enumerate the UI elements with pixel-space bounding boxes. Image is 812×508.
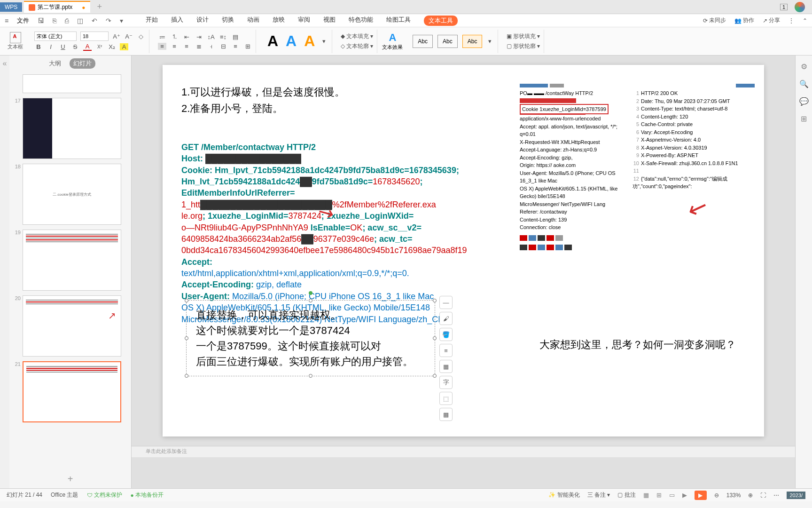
rail-navigate-icon[interactable]: ⊞: [801, 114, 807, 123]
align-left-icon[interactable]: ≡: [158, 43, 166, 50]
font-color-button[interactable]: A: [83, 43, 92, 51]
menu-insert[interactable]: 插入: [171, 16, 183, 26]
shape-style-1[interactable]: Abc: [413, 35, 433, 48]
spacing2-icon[interactable]: ≡: [231, 43, 240, 50]
text-fill-button[interactable]: ◆ 文本填充 ▾: [341, 32, 373, 40]
float-layout-icon[interactable]: ▦: [439, 360, 453, 373]
file-menu[interactable]: 文件: [17, 16, 29, 25]
resize-handle-tm[interactable]: [309, 299, 312, 302]
align-justify-icon[interactable]: ≣: [195, 43, 203, 50]
rail-search-icon[interactable]: 🔍: [799, 79, 809, 88]
preview-icon[interactable]: ◫: [77, 17, 83, 24]
font-family-select[interactable]: [34, 32, 77, 41]
underline-button[interactable]: U: [59, 43, 67, 50]
align-right-icon[interactable]: ≡: [182, 43, 191, 50]
resize-handle-br[interactable]: [433, 374, 437, 378]
menu-drawing-tools[interactable]: 绘图工具: [386, 16, 411, 26]
share-button[interactable]: ↗ 分享: [763, 16, 780, 24]
menu-review[interactable]: 审阅: [298, 16, 310, 26]
collaborate-button[interactable]: 👥 协作: [734, 16, 754, 24]
shape-style-3-selected[interactable]: Abc: [462, 35, 483, 48]
float-collapse-icon[interactable]: —: [439, 296, 453, 309]
resize-handle-bl[interactable]: [185, 374, 188, 378]
float-paint-icon[interactable]: 🖌: [439, 312, 453, 325]
comments-toggle[interactable]: ▢ 批注: [617, 491, 635, 499]
float-font-icon[interactable]: 字: [439, 376, 453, 389]
text-effect-button[interactable]: A 文本效果: [382, 32, 403, 51]
menu-design[interactable]: 设计: [196, 16, 209, 26]
sync-status[interactable]: ⟳ 未同步: [703, 16, 726, 24]
wps-logo-tag[interactable]: WPS: [0, 2, 22, 12]
font-size-select[interactable]: [80, 32, 109, 41]
print-icon[interactable]: ⎙: [65, 17, 69, 24]
selected-textbox[interactable]: 直接替换，可以直接实现越权。 这个时候就要对比一个是3787424 一个是378…: [186, 300, 435, 376]
save-as-icon[interactable]: ⎘: [53, 17, 56, 24]
undo-icon[interactable]: ↶: [92, 17, 97, 24]
slide-thumb-prev[interactable]: [23, 74, 121, 93]
float-group-icon[interactable]: ⬚: [439, 392, 453, 405]
menu-view[interactable]: 视图: [323, 16, 336, 26]
text-outline-button[interactable]: ◇ 文本轮廓 ▾: [341, 42, 373, 50]
slide-thumb-19[interactable]: [23, 230, 121, 291]
textbox-button[interactable]: 文本框: [5, 32, 26, 50]
reading-view-icon[interactable]: ▭: [669, 492, 675, 499]
shape-fill-button[interactable]: ▣ 形状填充 ▾: [507, 32, 540, 40]
increase-indent-icon[interactable]: ⇥: [195, 33, 203, 40]
shape-style-2[interactable]: Abc: [437, 35, 458, 48]
save-icon[interactable]: 🖫: [38, 17, 44, 24]
note-text[interactable]: 直接替换，可以直接实现越权。 这个时候就要对比一个是3787424 一个是378…: [196, 307, 425, 369]
shape-style-more-icon[interactable]: ▾: [485, 38, 494, 45]
text-style-orange[interactable]: A: [301, 32, 318, 50]
numbering-icon[interactable]: ⒈: [170, 32, 179, 41]
slide-thumb-20[interactable]: ↗: [23, 295, 121, 357]
menu-transition[interactable]: 切换: [222, 16, 234, 26]
line-spacing-icon[interactable]: ≡↕: [219, 33, 227, 40]
bold-button[interactable]: B: [34, 43, 43, 50]
sorter-view-icon[interactable]: ⊞: [656, 492, 662, 499]
collapse-ribbon-icon[interactable]: ⌃: [803, 16, 807, 24]
dropdown-icon[interactable]: ▾: [120, 17, 123, 24]
resize-handle-ml[interactable]: [185, 336, 188, 340]
canvas[interactable]: 1.可以进行爆破，但是会速度很慢。 2.准备用小号，登陆。 GET /Membe…: [132, 56, 795, 488]
italic-button[interactable]: I: [47, 43, 55, 50]
columns-icon[interactable]: ▤: [231, 33, 240, 40]
text-direction-icon[interactable]: ↕A: [207, 33, 215, 40]
slideshow-view-icon[interactable]: ▶: [682, 492, 687, 499]
backup-status[interactable]: ● 本地备份开: [131, 491, 164, 499]
clear-format-icon[interactable]: ◇: [137, 33, 145, 40]
align-center-icon[interactable]: ≡: [170, 43, 179, 50]
shape-outline-button[interactable]: ▢ 形状轮廓 ▾: [507, 42, 540, 50]
slide-thumb-17[interactable]: [23, 98, 121, 159]
wps-brand-icon[interactable]: [795, 2, 805, 12]
superscript-button[interactable]: X²: [95, 44, 104, 49]
new-tab-button[interactable]: +: [97, 2, 102, 12]
redo-icon[interactable]: ↷: [106, 17, 111, 24]
text-style-more-icon[interactable]: ▾: [320, 38, 328, 45]
slide-thumb-21-active[interactable]: [23, 361, 121, 422]
menu-text-tools-active[interactable]: 文本工具: [424, 16, 458, 26]
more-menu-icon[interactable]: ⋮: [789, 16, 794, 24]
notes-placeholder[interactable]: 单击此处添加备注: [132, 446, 795, 457]
text-style-black[interactable]: A: [265, 32, 281, 50]
beautify-button[interactable]: ✨ 智能美化: [548, 491, 579, 499]
play-button[interactable]: ▶: [695, 491, 707, 500]
more-status-icon[interactable]: ⋯: [773, 492, 779, 499]
menu-animation[interactable]: 动画: [247, 16, 259, 26]
decrease-font-icon[interactable]: A⁻: [125, 33, 133, 40]
rail-comment-icon[interactable]: 💬: [799, 97, 809, 106]
zoom-level[interactable]: 133%: [726, 492, 741, 499]
rail-settings-icon[interactable]: ⚙: [801, 62, 807, 71]
float-fill-icon[interactable]: 🪣: [439, 328, 453, 341]
zoom-out-icon[interactable]: ⊖: [714, 492, 719, 499]
hamburger-icon[interactable]: ≡: [5, 17, 8, 24]
resize-handle-tr[interactable]: [433, 299, 437, 302]
distribute-icon[interactable]: ⫞: [207, 43, 215, 50]
spacing3-icon[interactable]: ⊞: [243, 43, 252, 50]
zoom-in-icon[interactable]: ⊕: [748, 492, 753, 499]
outline-tab[interactable]: 大纲: [45, 58, 65, 69]
decrease-indent-icon[interactable]: ⇤: [182, 33, 191, 40]
collapse-panel-icon[interactable]: «: [0, 56, 9, 488]
increase-font-icon[interactable]: A⁺: [112, 33, 121, 40]
float-qr-icon[interactable]: ▩: [439, 408, 453, 421]
normal-view-icon[interactable]: ▦: [643, 492, 649, 499]
